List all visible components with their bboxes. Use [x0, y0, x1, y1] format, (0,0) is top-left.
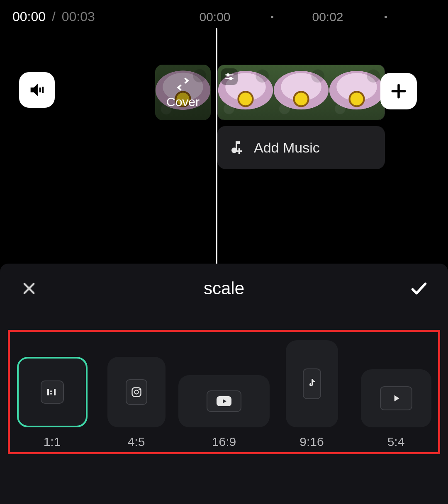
play-icon: [391, 393, 402, 404]
ratio-box: [286, 340, 338, 427]
instagram-icon: [131, 386, 142, 398]
music-plus-icon: [227, 139, 244, 156]
ratio-option-16-9[interactable]: 16:9: [178, 375, 270, 449]
ratio-box: [178, 375, 270, 427]
ratio-label: 1:1: [44, 435, 61, 449]
ratio-label: 9:16: [299, 435, 324, 449]
clip-frame: [329, 65, 385, 120]
clip-strip[interactable]: [217, 65, 385, 120]
confirm-button[interactable]: [409, 279, 429, 298]
svg-rect-13: [54, 389, 56, 395]
svg-point-16: [139, 389, 140, 390]
swap-icon: [175, 76, 191, 92]
add-music-label: Add Music: [254, 140, 320, 156]
tick-label: 00:00: [199, 10, 230, 24]
add-clip-button[interactable]: [380, 73, 417, 109]
tiktok-icon: [307, 378, 317, 390]
svg-point-15: [134, 390, 138, 394]
close-icon: [21, 281, 37, 296]
mute-button[interactable]: [19, 72, 55, 108]
time-ticks: 00:0000:02: [0, 8, 448, 25]
ratio-box: [107, 357, 166, 427]
cover-button[interactable]: Cover: [155, 65, 211, 120]
ratio-label: 4:5: [128, 435, 145, 449]
speaker-icon: [27, 80, 46, 99]
ratio-inner-frame: [207, 390, 241, 412]
youtube-icon: [216, 395, 232, 407]
time-row: 00:00 / 00:03 00:0000:02: [0, 8, 448, 25]
cancel-button[interactable]: [19, 279, 39, 298]
ratio-option-5-4[interactable]: 5:4: [354, 369, 438, 449]
svg-point-12: [50, 393, 52, 395]
svg-point-5: [230, 78, 232, 80]
scale-sheet: scale 1:14:516:99:165:4: [0, 264, 448, 504]
svg-rect-0: [39, 87, 41, 92]
ratio-inner-frame: [41, 380, 64, 404]
ratio-inner-frame: [303, 368, 321, 399]
svg-point-3: [227, 74, 229, 76]
add-music-button[interactable]: Add Music: [217, 126, 385, 169]
ratio-row-highlight: 1:14:516:99:165:4: [8, 330, 440, 454]
svg-rect-1: [42, 87, 44, 93]
tick-dot: [271, 16, 273, 18]
sliders-icon: [224, 71, 235, 82]
tick-label: 00:02: [312, 10, 343, 24]
ratio-option-1-1[interactable]: 1:1: [10, 357, 94, 449]
sheet-title: scale: [204, 279, 244, 298]
ratio-option-4-5[interactable]: 4:5: [94, 357, 178, 449]
ratio-option-9-16[interactable]: 9:16: [270, 340, 354, 449]
plus-icon: [390, 82, 408, 100]
cover-label: Cover: [166, 95, 200, 109]
svg-marker-19: [394, 395, 399, 401]
ratio-label: 5:4: [387, 435, 405, 449]
svg-point-11: [50, 390, 52, 392]
svg-rect-10: [47, 389, 49, 395]
tick-dot: [385, 16, 387, 18]
ratio-inner-frame: [126, 379, 147, 405]
ratio-box: [361, 369, 431, 427]
ratio-1-1-icon: [46, 388, 58, 396]
ratio-label: 16:9: [212, 435, 236, 449]
clip-adjust-button[interactable]: [221, 68, 238, 85]
check-icon: [409, 279, 429, 298]
ratio-row: 1:14:516:99:165:4: [10, 335, 438, 449]
ratio-inner-frame: [380, 386, 412, 410]
clip-frame: [273, 65, 329, 120]
ratio-box: [17, 357, 88, 427]
